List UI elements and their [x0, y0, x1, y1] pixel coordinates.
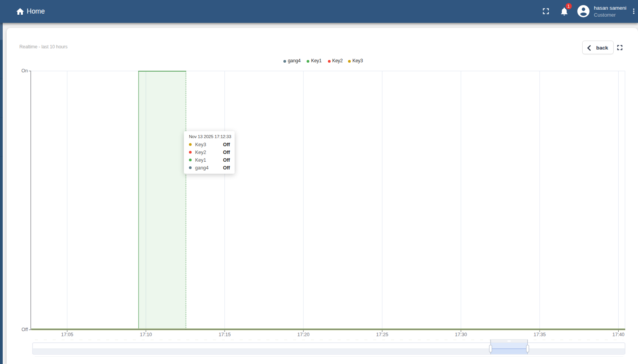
svg-text:17:15: 17:15 [219, 332, 231, 337]
svg-text:17:25: 17:25 [376, 332, 388, 337]
svg-text:17:40: 17:40 [612, 332, 624, 337]
svg-text:17:35: 17:35 [533, 332, 545, 337]
svg-text:17:20: 17:20 [297, 332, 309, 337]
svg-text:On: On [21, 68, 28, 73]
svg-text:17:10: 17:10 [140, 332, 152, 337]
svg-text:17:05: 17:05 [61, 332, 73, 337]
svg-text:17:30: 17:30 [455, 332, 467, 337]
svg-text:Off: Off [22, 327, 28, 332]
